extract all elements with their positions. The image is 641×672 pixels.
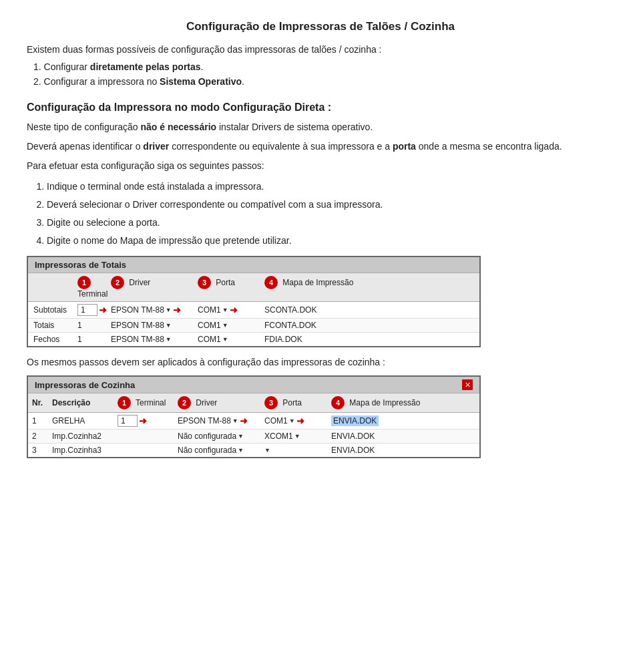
badge-3: 3 (198, 276, 211, 289)
porta-dropdown-totais[interactable]: ▼ (222, 322, 228, 329)
row-subtotais-porta: COM1 ▼ ➜ (195, 305, 262, 315)
row-grelha-mapa: ENVIA.DOK (329, 416, 479, 426)
red-arrow-driver-subtotais: ➜ (173, 305, 181, 315)
driver-dropdown-fechos[interactable]: ▼ (166, 336, 172, 343)
table-row: 2 Imp.Cozinha2 Não configurada ▼ XCOM1 ▼… (28, 430, 479, 444)
col-porta-header: 3 Porta (195, 276, 262, 299)
item-1-end: . (201, 61, 204, 72)
red-arrow-driver-grelha: ➜ (240, 415, 248, 426)
row-grelha-terminal: 1 ➜ (115, 415, 175, 427)
table-row: 3 Imp.Cozinha3 Não configurada ▼ ▼ ENVIA… (28, 444, 479, 457)
row-totais-terminal: 1 (75, 321, 108, 330)
row-subtotais-label: Subtotais (28, 305, 75, 315)
item-2-text: Configurar a impressora no (44, 76, 160, 87)
item-1: 1. Configurar diretamente pelas portas. (33, 61, 614, 72)
col-terminal-cozinha-header: 1 Terminal (115, 396, 175, 409)
step-3: Digite ou selecione a porta. (47, 216, 614, 230)
driver-dropdown-cozinha3[interactable]: ▼ (238, 447, 244, 454)
grelha-terminal-input[interactable]: 1 (118, 415, 138, 427)
row-cozinha2-porta: XCOM1 ▼ (262, 432, 329, 441)
badge-4: 4 (264, 276, 278, 289)
row-subtotais-mapa: SCONTA.DOK (262, 305, 479, 315)
driver-dropdown-grelha[interactable]: ▼ (232, 417, 238, 424)
steps-list: Indique o terminal onde está instalada a… (47, 180, 614, 248)
page-title: Configuração de Impressoras de Talões / … (27, 20, 614, 33)
table-row: Fechos 1 EPSON TM-88 ▼ COM1 ▼ FDIA.DOK (28, 333, 479, 346)
row-fechos-porta: COM1 ▼ (195, 335, 262, 344)
row-cozinha2-nr: 2 (28, 432, 48, 441)
col-label (28, 276, 75, 299)
row-subtotais-terminal: 1 ➜ (75, 304, 108, 316)
item-1-bold: diretamente pelas portas (90, 61, 201, 72)
row-cozinha2-mapa: ENVIA.DOK (329, 432, 479, 441)
row-subtotais-driver: EPSON TM-88 ▼ ➜ (108, 305, 195, 315)
table-row: Totais 1 EPSON TM-88 ▼ COM1 ▼ FCONTA.DOK (28, 319, 479, 333)
row-grelha-driver: EPSON TM-88 ▼ ➜ (175, 415, 262, 426)
row-cozinha3-desc: Imp.Cozinha3 (48, 446, 115, 455)
close-button[interactable]: ✕ (462, 379, 473, 390)
porta-dropdown-cozinha2[interactable]: ▼ (294, 433, 300, 440)
section1-para1: Neste tipo de configuração não é necessá… (27, 120, 614, 134)
badge-1: 1 (77, 276, 91, 289)
item-2-bold: Sistema Operativo (160, 76, 242, 87)
porta-dropdown-subtotais[interactable]: ▼ (222, 307, 228, 313)
row-fechos-driver: EPSON TM-88 ▼ (108, 335, 195, 344)
row-cozinha3-mapa: ENVIA.DOK (329, 446, 479, 455)
item-2: 2. Configurar a impressora no Sistema Op… (33, 76, 614, 87)
col-driver-cozinha-header: 2 Driver (175, 396, 262, 409)
row-fechos-terminal: 1 (75, 335, 108, 344)
row-totais-driver: EPSON TM-88 ▼ (108, 321, 195, 330)
item-2-end: . (242, 76, 244, 87)
table-row: 1 GRELHA 1 ➜ EPSON TM-88 ▼ ➜ COM1 ▼ ➜ EN… (28, 413, 479, 430)
row-cozinha3-driver: Não configurada ▼ (175, 446, 262, 455)
driver-dropdown-subtotais[interactable]: ▼ (166, 307, 172, 313)
cozinha-panel-title: Impressoras de Cozinha ✕ (28, 377, 479, 393)
row-cozinha3-nr: 3 (28, 446, 48, 455)
row-totais-porta: COM1 ▼ (195, 321, 262, 330)
row-totais-label: Totais (28, 321, 75, 330)
subtotais-terminal-input[interactable]: 1 (77, 304, 97, 316)
item-1-text: Configurar (44, 61, 90, 72)
porta-dropdown-fechos[interactable]: ▼ (222, 336, 228, 343)
section1-title: Configuração da Impressora no modo Confi… (27, 102, 614, 114)
row-cozinha2-desc: Imp.Cozinha2 (48, 432, 115, 441)
between-text: Os mesmos passos devem ser aplicados à c… (27, 357, 614, 367)
row-fechos-label: Fechos (28, 335, 75, 344)
col-descricao-header: Descrição (48, 398, 115, 407)
row-cozinha2-driver: Não configurada ▼ (175, 432, 262, 441)
section1-para2: Deverá apenas identificar o driver corre… (27, 140, 614, 154)
col-terminal-header: 1 Terminal (75, 276, 108, 299)
col-driver-header: 2 Driver (108, 276, 195, 299)
step-1: Indique o terminal onde está instalada a… (47, 180, 614, 194)
totais-panel: Impressoras de Totais 1 Terminal 2 Drive… (27, 256, 481, 347)
step-4: Digite o nome do Mapa de impressão que p… (47, 234, 614, 248)
driver-dropdown-cozinha2[interactable]: ▼ (238, 433, 244, 440)
driver-dropdown-totais[interactable]: ▼ (166, 322, 172, 329)
section1-para3: Para efetuar esta configuração siga os s… (27, 159, 614, 173)
red-arrow-subtotais: ➜ (99, 305, 107, 315)
col-mapa-header: 4 Mapa de Impressão (262, 276, 479, 299)
step-2: Deverá selecionar o Driver correspondent… (47, 198, 614, 212)
porta-dropdown-grelha[interactable]: ▼ (289, 417, 295, 424)
cozinha-panel: Impressoras de Cozinha ✕ Nr. Descrição 1… (27, 375, 481, 458)
row-totais-mapa: FCONTA.DOK (262, 321, 479, 330)
row-grelha-nr: 1 (28, 416, 48, 426)
badge-c1: 1 (118, 396, 131, 409)
badge-2: 2 (111, 276, 124, 289)
row-fechos-mapa: FDIA.DOK (262, 335, 479, 344)
col-porta-cozinha-header: 3 Porta (262, 396, 329, 409)
item-2-number: 2. (33, 76, 41, 87)
red-arrow-porta-grelha: ➜ (296, 415, 304, 426)
red-arrow-porta-subtotais: ➜ (230, 305, 238, 315)
porta-dropdown-cozinha3[interactable]: ▼ (264, 447, 270, 454)
red-arrow-grelha: ➜ (139, 415, 147, 426)
badge-c2: 2 (178, 396, 191, 409)
badge-c4: 4 (331, 396, 345, 409)
col-nr-header: Nr. (28, 398, 48, 407)
col-mapa-cozinha-header: 4 Mapa de Impressão (329, 396, 479, 409)
badge-c3: 3 (264, 396, 278, 409)
row-grelha-porta: COM1 ▼ ➜ (262, 415, 329, 426)
intro-text: Existem duas formas possíveis de configu… (27, 44, 614, 55)
item-1-number: 1. (33, 61, 41, 72)
row-grelha-desc: GRELHA (48, 416, 115, 426)
